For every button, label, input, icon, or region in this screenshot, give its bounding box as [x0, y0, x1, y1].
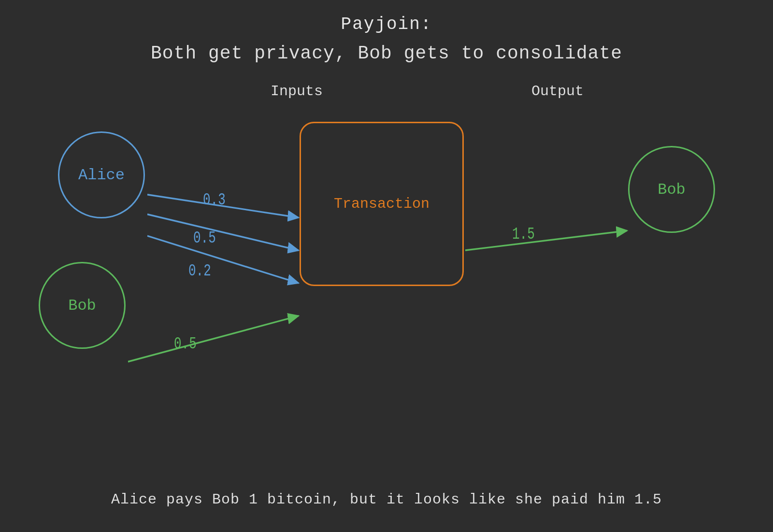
svg-text:0.2: 0.2: [188, 261, 211, 280]
svg-text:1.5: 1.5: [512, 224, 535, 244]
transaction-node: Transaction: [300, 122, 464, 286]
bob-output-label: Bob: [658, 181, 686, 199]
inputs-label: Inputs: [271, 83, 323, 100]
bottom-caption: Alice pays Bob 1 bitcoin, but it looks l…: [0, 491, 773, 508]
output-label: Output: [531, 83, 584, 100]
svg-text:0.3: 0.3: [203, 190, 226, 210]
svg-line-9: [128, 316, 299, 362]
payjoin-title: Payjoin:: [151, 14, 622, 34]
diagram-section: Inputs Output Alice Bob Transaction Bob: [0, 73, 773, 532]
subtitle: Both get privacy, Bob gets to consolidat…: [151, 43, 622, 64]
alice-label: Alice: [78, 166, 125, 184]
title-section: Payjoin: Both get privacy, Bob gets to c…: [151, 14, 622, 64]
svg-text:0.5: 0.5: [174, 334, 197, 354]
svg-line-3: [147, 195, 299, 217]
page-container: Payjoin: Both get privacy, Bob gets to c…: [0, 0, 773, 532]
svg-line-7: [147, 236, 299, 283]
transaction-label: Transaction: [334, 196, 429, 212]
svg-text:0.5: 0.5: [193, 228, 216, 247]
svg-line-11: [465, 230, 627, 250]
bob-input-node: Bob: [39, 262, 126, 349]
alice-node: Alice: [58, 131, 145, 218]
svg-line-5: [147, 214, 299, 250]
bob-input-label: Bob: [68, 297, 96, 315]
bob-output-node: Bob: [628, 146, 715, 233]
